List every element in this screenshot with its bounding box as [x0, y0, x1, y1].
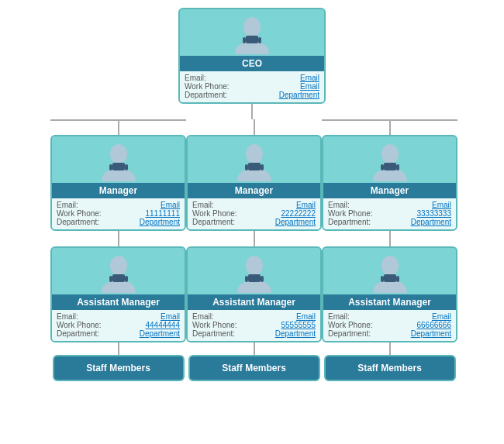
- svg-rect-18: [245, 276, 248, 282]
- person-icon-1: [234, 141, 274, 181]
- svg-point-12: [246, 144, 263, 164]
- svg-rect-11: [125, 276, 128, 282]
- org-chart: CEO Email: Email Work Phone: Email Depar…: [8, 8, 496, 381]
- ceo-body: Email: Email Work Phone: Email Departmen…: [180, 71, 324, 102]
- asst-card-0: Assistant Manager Email: Email Work Phon…: [50, 246, 186, 342]
- asst-title-1: Assistant Manager: [188, 294, 320, 310]
- manager-body-0: Email: Email Work Phone: 11111111 Depart…: [52, 198, 185, 229]
- svg-rect-15: [261, 164, 264, 170]
- svg-rect-17: [248, 274, 261, 282]
- ceo-branch: CEO Email: Email Work Phone: Email Depar…: [50, 8, 454, 381]
- staff-card-1: Staff Members: [188, 355, 320, 381]
- svg-point-16: [246, 256, 263, 276]
- svg-point-8: [110, 256, 127, 276]
- svg-rect-7: [125, 164, 128, 170]
- ceo-title: CEO: [180, 56, 324, 71]
- person-icon: [232, 14, 272, 54]
- ceo-phone-value: Email: [233, 82, 319, 91]
- ceo-email-value: Email: [209, 74, 319, 82]
- person-icon-0: [98, 141, 139, 181]
- svg-rect-25: [384, 274, 396, 282]
- manager-title-2: Manager: [323, 183, 456, 198]
- svg-rect-1: [246, 36, 258, 43]
- ceo-email-label: Email:: [185, 74, 206, 82]
- svg-point-4: [110, 144, 127, 164]
- left-down-line: [118, 121, 119, 135]
- person-icon-asst-1: [234, 253, 274, 293]
- manager-card-0: Manager Email: Email Work Phone: 1111111…: [50, 135, 186, 231]
- svg-rect-19: [261, 276, 264, 282]
- person-icon-asst-0: [98, 253, 139, 293]
- svg-rect-27: [396, 276, 399, 282]
- ceo-dept-label: Department:: [185, 91, 227, 99]
- ceo-phone-row: Work Phone: Email: [185, 82, 319, 91]
- asst-card-2: Assistant Manager Email: Email Work Phon…: [322, 246, 457, 342]
- staff-card-2: Staff Members: [324, 355, 456, 381]
- svg-rect-14: [245, 164, 248, 170]
- ceo-down-line: [251, 104, 253, 119]
- svg-rect-2: [243, 37, 246, 43]
- ceo-email-row: Email: Email: [185, 74, 319, 82]
- manager-left-branch: Manager Email: Email Work Phone: 1111111…: [50, 119, 186, 381]
- ceo-avatar: [180, 9, 324, 56]
- ceo-card: CEO Email: Email Work Phone: Email Depar…: [178, 8, 326, 104]
- asst-title-2: Assistant Manager: [323, 294, 456, 310]
- manager-title-1: Manager: [188, 183, 320, 198]
- manager-title-0: Manager: [52, 183, 185, 198]
- asst-card-1: Assistant Manager Email: Email Work Phon…: [186, 246, 322, 342]
- svg-point-24: [381, 256, 399, 276]
- staff-card-0: Staff Members: [53, 355, 185, 381]
- svg-rect-21: [384, 163, 396, 170]
- person-icon-asst-2: [370, 253, 410, 293]
- person-icon-2: [370, 141, 410, 181]
- svg-rect-22: [381, 164, 384, 170]
- ceo-dept-value: Department: [230, 91, 319, 99]
- manager-avatar-0: [52, 136, 185, 183]
- manager-card-1: Manager Email: Email Work Phone: 2222222…: [186, 135, 322, 231]
- svg-rect-13: [248, 163, 261, 170]
- svg-rect-9: [112, 274, 125, 282]
- svg-point-0: [243, 17, 261, 37]
- svg-rect-23: [396, 164, 399, 170]
- svg-rect-6: [109, 164, 112, 170]
- ceo-phone-label: Work Phone:: [185, 82, 230, 91]
- svg-rect-10: [109, 276, 112, 282]
- svg-rect-5: [112, 163, 125, 170]
- manager-card-2: Manager Email: Email Work Phone: 3333333…: [322, 135, 457, 231]
- manager-mid-branch: Manager Email: Email Work Phone: 2222222…: [186, 119, 322, 381]
- ceo-dept-row: Department: Department: [185, 91, 319, 99]
- manager-branch-bar: Manager Email: Email Work Phone: 1111111…: [50, 119, 454, 381]
- asst-title-0: Assistant Manager: [52, 294, 185, 310]
- manager-right-branch: Manager Email: Email Work Phone: 3333333…: [322, 119, 457, 381]
- svg-rect-3: [258, 37, 261, 43]
- svg-point-20: [381, 144, 399, 164]
- svg-rect-26: [381, 276, 384, 282]
